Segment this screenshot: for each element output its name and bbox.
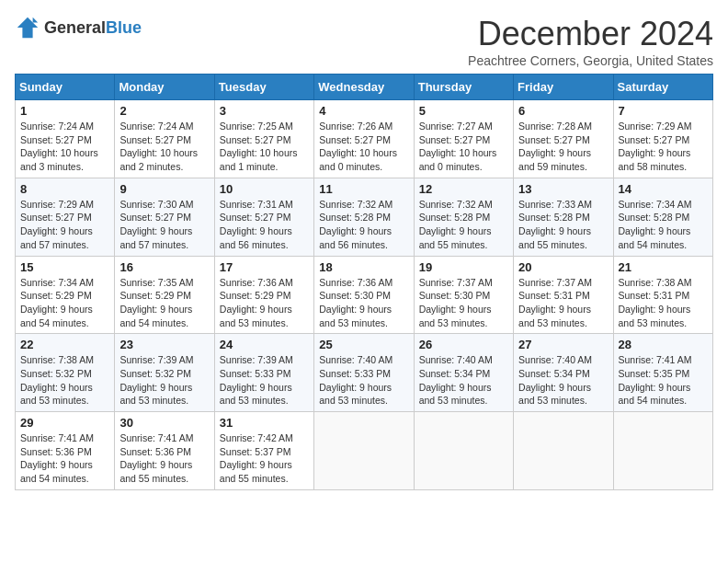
- day-number: 25: [319, 338, 408, 351]
- calendar-cell: 1Sunrise: 7:24 AMSunset: 5:27 PMDaylight…: [16, 100, 115, 178]
- calendar-cell: 12Sunrise: 7:32 AMSunset: 5:28 PMDayligh…: [414, 178, 513, 256]
- calendar-cell: 23Sunrise: 7:39 AMSunset: 5:32 PMDayligh…: [115, 334, 214, 412]
- location-title: Peachtree Corners, Georgia, United State…: [468, 53, 713, 68]
- logo-blue: Blue: [106, 18, 142, 37]
- day-info: Sunrise: 7:40 AMSunset: 5:34 PMDaylight:…: [419, 353, 508, 408]
- weekday-header-thursday: Thursday: [414, 75, 513, 100]
- weekday-header-monday: Monday: [115, 75, 214, 100]
- day-number: 17: [220, 260, 309, 274]
- day-info: Sunrise: 7:24 AMSunset: 5:27 PMDaylight:…: [119, 120, 209, 174]
- day-info: Sunrise: 7:24 AMSunset: 5:27 PMDaylight:…: [20, 120, 109, 174]
- calendar-cell: 5Sunrise: 7:27 AMSunset: 5:27 PMDaylight…: [414, 100, 513, 178]
- calendar-cell: 31Sunrise: 7:42 AMSunset: 5:37 PMDayligh…: [214, 412, 313, 490]
- calendar-cell: 25Sunrise: 7:40 AMSunset: 5:33 PMDayligh…: [314, 334, 414, 412]
- calendar-cell: 21Sunrise: 7:38 AMSunset: 5:31 PMDayligh…: [613, 256, 712, 334]
- day-number: 11: [319, 182, 408, 196]
- day-number: 23: [119, 338, 209, 351]
- calendar-cell: 29Sunrise: 7:41 AMSunset: 5:36 PMDayligh…: [16, 412, 115, 490]
- calendar-week-row: 15Sunrise: 7:34 AMSunset: 5:29 PMDayligh…: [16, 256, 713, 334]
- day-info: Sunrise: 7:33 AMSunset: 5:28 PMDaylight:…: [518, 198, 608, 252]
- day-number: 9: [119, 182, 209, 196]
- day-number: 3: [220, 104, 309, 118]
- calendar-cell: 26Sunrise: 7:40 AMSunset: 5:34 PMDayligh…: [414, 334, 513, 412]
- day-number: 16: [119, 260, 209, 274]
- day-info: Sunrise: 7:39 AMSunset: 5:32 PMDaylight:…: [119, 353, 209, 408]
- calendar-week-row: 1Sunrise: 7:24 AMSunset: 5:27 PMDaylight…: [16, 100, 713, 178]
- day-number: 4: [319, 104, 408, 118]
- day-number: 19: [419, 260, 508, 274]
- title-block: December 2024 Peachtree Corners, Georgia…: [468, 15, 713, 68]
- day-number: 15: [20, 260, 109, 274]
- calendar-cell: [314, 412, 414, 490]
- day-number: 26: [419, 338, 508, 351]
- weekday-header-row: SundayMondayTuesdayWednesdayThursdayFrid…: [16, 75, 713, 100]
- calendar-cell: 11Sunrise: 7:32 AMSunset: 5:28 PMDayligh…: [314, 178, 414, 256]
- day-info: Sunrise: 7:36 AMSunset: 5:29 PMDaylight:…: [220, 276, 309, 330]
- day-number: 8: [20, 182, 109, 196]
- day-number: 7: [619, 104, 708, 118]
- calendar-cell: 15Sunrise: 7:34 AMSunset: 5:29 PMDayligh…: [16, 256, 115, 334]
- day-number: 5: [419, 104, 508, 118]
- day-info: Sunrise: 7:38 AMSunset: 5:31 PMDaylight:…: [619, 276, 708, 330]
- day-info: Sunrise: 7:31 AMSunset: 5:27 PMDaylight:…: [220, 198, 309, 252]
- calendar-cell: 14Sunrise: 7:34 AMSunset: 5:28 PMDayligh…: [613, 178, 712, 256]
- calendar-cell: 30Sunrise: 7:41 AMSunset: 5:36 PMDayligh…: [115, 412, 214, 490]
- weekday-header-saturday: Saturday: [613, 75, 712, 100]
- day-number: 31: [220, 416, 309, 430]
- logo-text: GeneralBlue: [44, 18, 142, 38]
- day-info: Sunrise: 7:42 AMSunset: 5:37 PMDaylight:…: [220, 431, 309, 486]
- day-info: Sunrise: 7:41 AMSunset: 5:35 PMDaylight:…: [619, 353, 708, 408]
- day-number: 13: [518, 182, 608, 196]
- day-number: 10: [220, 182, 309, 196]
- calendar-cell: 20Sunrise: 7:37 AMSunset: 5:31 PMDayligh…: [514, 256, 613, 334]
- calendar-cell: 2Sunrise: 7:24 AMSunset: 5:27 PMDaylight…: [115, 100, 214, 178]
- weekday-header-friday: Friday: [514, 75, 613, 100]
- day-info: Sunrise: 7:40 AMSunset: 5:34 PMDaylight:…: [518, 353, 608, 408]
- calendar-cell: 18Sunrise: 7:36 AMSunset: 5:30 PMDayligh…: [314, 256, 414, 334]
- calendar-week-row: 8Sunrise: 7:29 AMSunset: 5:27 PMDaylight…: [16, 178, 713, 256]
- calendar-cell: 3Sunrise: 7:25 AMSunset: 5:27 PMDaylight…: [214, 100, 313, 178]
- day-info: Sunrise: 7:25 AMSunset: 5:27 PMDaylight:…: [220, 120, 309, 174]
- calendar-cell: [514, 412, 613, 490]
- calendar-cell: 6Sunrise: 7:28 AMSunset: 5:27 PMDaylight…: [514, 100, 613, 178]
- calendar-header: SundayMondayTuesdayWednesdayThursdayFrid…: [16, 75, 713, 100]
- calendar-cell: 10Sunrise: 7:31 AMSunset: 5:27 PMDayligh…: [214, 178, 313, 256]
- calendar-cell: 27Sunrise: 7:40 AMSunset: 5:34 PMDayligh…: [514, 334, 613, 412]
- calendar-cell: 19Sunrise: 7:37 AMSunset: 5:30 PMDayligh…: [414, 256, 513, 334]
- day-number: 18: [319, 260, 408, 274]
- calendar-cell: 9Sunrise: 7:30 AMSunset: 5:27 PMDaylight…: [115, 178, 214, 256]
- day-info: Sunrise: 7:27 AMSunset: 5:27 PMDaylight:…: [419, 120, 508, 174]
- day-info: Sunrise: 7:28 AMSunset: 5:27 PMDaylight:…: [518, 120, 608, 174]
- day-number: 20: [518, 260, 608, 274]
- calendar-cell: 13Sunrise: 7:33 AMSunset: 5:28 PMDayligh…: [514, 178, 613, 256]
- day-number: 2: [119, 104, 209, 118]
- day-number: 12: [419, 182, 508, 196]
- day-info: Sunrise: 7:41 AMSunset: 5:36 PMDaylight:…: [119, 431, 209, 486]
- day-number: 21: [619, 260, 708, 274]
- calendar-cell: 22Sunrise: 7:38 AMSunset: 5:32 PMDayligh…: [16, 334, 115, 412]
- day-number: 30: [119, 416, 209, 430]
- day-info: Sunrise: 7:26 AMSunset: 5:27 PMDaylight:…: [319, 120, 408, 174]
- calendar-table: SundayMondayTuesdayWednesdayThursdayFrid…: [15, 74, 713, 490]
- day-info: Sunrise: 7:40 AMSunset: 5:33 PMDaylight:…: [319, 353, 408, 408]
- day-info: Sunrise: 7:38 AMSunset: 5:32 PMDaylight:…: [20, 353, 109, 408]
- calendar-week-row: 29Sunrise: 7:41 AMSunset: 5:36 PMDayligh…: [16, 412, 713, 490]
- calendar-cell: 8Sunrise: 7:29 AMSunset: 5:27 PMDaylight…: [16, 178, 115, 256]
- logo: GeneralBlue: [15, 15, 142, 40]
- day-info: Sunrise: 7:30 AMSunset: 5:27 PMDaylight:…: [119, 198, 209, 252]
- calendar-cell: 24Sunrise: 7:39 AMSunset: 5:33 PMDayligh…: [214, 334, 313, 412]
- day-info: Sunrise: 7:32 AMSunset: 5:28 PMDaylight:…: [319, 198, 408, 252]
- day-number: 22: [20, 338, 109, 351]
- calendar-cell: 16Sunrise: 7:35 AMSunset: 5:29 PMDayligh…: [115, 256, 214, 334]
- day-info: Sunrise: 7:41 AMSunset: 5:36 PMDaylight:…: [20, 431, 109, 486]
- weekday-header-wednesday: Wednesday: [314, 75, 414, 100]
- calendar-cell: 7Sunrise: 7:29 AMSunset: 5:27 PMDaylight…: [613, 100, 712, 178]
- day-number: 14: [619, 182, 708, 196]
- day-info: Sunrise: 7:36 AMSunset: 5:30 PMDaylight:…: [319, 276, 408, 330]
- logo-general: General: [44, 18, 106, 37]
- calendar-cell: 28Sunrise: 7:41 AMSunset: 5:35 PMDayligh…: [613, 334, 712, 412]
- month-title: December 2024: [468, 15, 713, 53]
- calendar-cell: 4Sunrise: 7:26 AMSunset: 5:27 PMDaylight…: [314, 100, 414, 178]
- day-number: 27: [518, 338, 608, 351]
- day-number: 6: [518, 104, 608, 118]
